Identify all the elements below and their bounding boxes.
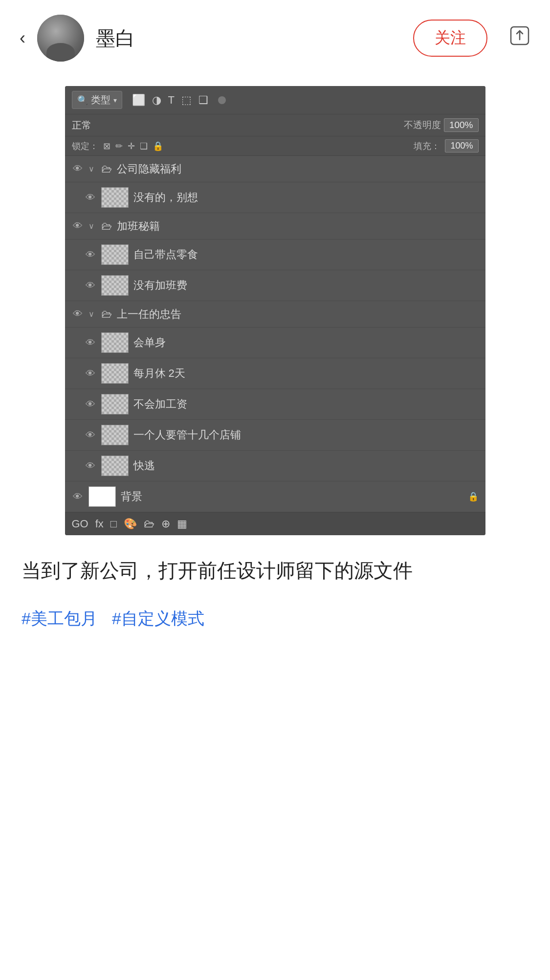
eye-icon: 👁 xyxy=(72,163,84,174)
ps-shape-icon: ⬚ xyxy=(181,94,192,107)
layer-name: 上一任的忠告 xyxy=(117,307,479,322)
layer-name: 自己带点零食 xyxy=(133,247,479,262)
eye-icon: 👁 xyxy=(85,337,96,348)
layer-thumbnail xyxy=(101,363,129,384)
back-button[interactable]: ‹ xyxy=(20,29,25,47)
ps-mode-text: 正常 xyxy=(72,119,404,132)
layer-row[interactable]: 👁 快逃 xyxy=(65,451,485,481)
folder-icon: 🗁 xyxy=(101,163,112,175)
layer-thumbnail xyxy=(101,244,129,265)
layer-name: 加班秘籍 xyxy=(117,219,479,234)
tag-1[interactable]: #美工包月 xyxy=(22,608,97,630)
ps-new-layer-icon: ⊕ xyxy=(161,518,170,530)
ps-toolbar-icons: ⬜ ◑ T ⬚ ❑ xyxy=(132,94,226,107)
ps-fill-value: 100% xyxy=(445,139,478,152)
layer-name: 会单身 xyxy=(133,335,479,350)
chevron-icon: ∨ xyxy=(88,221,96,231)
folder-icon: 🗁 xyxy=(101,220,112,233)
layer-row[interactable]: 👁 每月休 2天 xyxy=(65,358,485,389)
ps-fx-icon: fx xyxy=(95,518,104,530)
eye-icon: 👁 xyxy=(85,192,96,203)
share-button[interactable] xyxy=(509,25,530,51)
avatar[interactable] xyxy=(37,15,84,62)
ps-dot-icon xyxy=(218,96,226,104)
layer-thumbnail xyxy=(101,456,129,476)
lock-pixel-icon: ✏ xyxy=(115,141,123,152)
layer-name: 没有的，别想 xyxy=(133,190,479,205)
search-icon: 🔍 xyxy=(77,95,88,106)
eye-icon: 👁 xyxy=(85,368,96,379)
ps-image-icon: ⬜ xyxy=(132,94,145,107)
ps-copy-icon: ❑ xyxy=(198,94,208,107)
eye-icon: 👁 xyxy=(72,308,84,320)
ps-layers-list: 👁 ∨ 🗁 公司隐藏福利 👁 没有的，别想 👁 ∨ 🗁 加班秘籍 👁 xyxy=(65,156,485,512)
ps-mask-icon: □ xyxy=(110,518,117,530)
layer-thumbnail xyxy=(101,394,129,414)
ps-adjust-icon: ◑ xyxy=(152,94,161,107)
layer-name: 公司隐藏福利 xyxy=(117,162,479,176)
folder-icon: 🗁 xyxy=(101,308,112,321)
ps-bottom-bar: GO fx □ 🎨 🗁 ⊕ ▦ xyxy=(65,512,485,535)
post-image: 🔍 类型 ▾ ⬜ ◑ T ⬚ ❑ 正常 不透明度 100% 锁定： ⊠ xyxy=(65,86,485,535)
layer-thumbnail xyxy=(101,187,129,208)
ps-opacity-label: 不透明度 xyxy=(404,119,441,131)
eye-icon: 👁 xyxy=(85,249,96,261)
follow-button[interactable]: 关注 xyxy=(413,20,487,57)
ps-lock-label: 锁定： xyxy=(72,140,98,152)
layer-name: 每月休 2天 xyxy=(133,366,479,381)
ps-lock-row: 锁定： ⊠ ✏ ✛ ❑ 🔒 填充： 100% xyxy=(65,136,485,156)
ps-group-icon: 🗁 xyxy=(144,518,154,530)
ps-text-icon: T xyxy=(168,94,175,107)
ps-search-text: 类型 xyxy=(91,93,110,107)
eye-icon: 👁 xyxy=(85,280,96,291)
username-label: 墨白 xyxy=(96,25,401,52)
tag-2[interactable]: #自定义模式 xyxy=(112,608,204,630)
lock-all-icon: 🔒 xyxy=(153,141,163,152)
layer-thumbnail xyxy=(101,275,129,296)
post-content: 当到了新公司，打开前任设计师留下的源文件 xyxy=(0,535,550,598)
layer-row[interactable]: 👁 ∨ 🗁 加班秘籍 xyxy=(65,213,485,240)
lock-transparent-icon: ⊠ xyxy=(103,141,110,152)
ps-fill-label: 填充： xyxy=(414,140,440,152)
layer-row[interactable]: 👁 不会加工资 xyxy=(65,389,485,420)
layer-row[interactable]: 👁 背景 🔒 xyxy=(65,481,485,512)
post-text: 当到了新公司，打开前任设计师留下的源文件 xyxy=(22,555,528,586)
layer-name: 背景 xyxy=(121,489,463,504)
lock-artboard-icon: ❑ xyxy=(140,141,148,152)
ps-dropdown-arrow: ▾ xyxy=(113,96,117,104)
layer-name: 一个人要管十几个店铺 xyxy=(133,428,479,442)
post-tags: #美工包月 #自定义模式 xyxy=(0,598,550,650)
layer-row[interactable]: 👁 没有加班费 xyxy=(65,270,485,301)
eye-icon: 👁 xyxy=(72,491,84,502)
lock-icon: 🔒 xyxy=(468,491,479,502)
ps-lock-icons: ⊠ ✏ ✛ ❑ 🔒 xyxy=(103,141,163,152)
layer-name: 快逃 xyxy=(133,458,479,473)
eye-icon: 👁 xyxy=(85,460,96,472)
ps-toolbar: 🔍 类型 ▾ ⬜ ◑ T ⬚ ❑ xyxy=(65,86,485,114)
layer-thumbnail xyxy=(88,486,116,507)
chevron-icon: ∨ xyxy=(88,164,96,174)
eye-icon: 👁 xyxy=(85,430,96,441)
layer-thumbnail xyxy=(101,425,129,445)
layer-row[interactable]: 👁 自己带点零食 xyxy=(65,240,485,270)
layer-thumbnail xyxy=(101,332,129,353)
layer-name: 没有加班费 xyxy=(133,278,479,293)
layer-row[interactable]: 👁 会单身 xyxy=(65,327,485,358)
ps-adjustment-icon: 🎨 xyxy=(124,518,137,530)
eye-icon: 👁 xyxy=(72,220,84,232)
ps-opacity-value: 100% xyxy=(444,118,479,132)
layer-row[interactable]: 👁 ∨ 🗁 上一任的忠告 xyxy=(65,301,485,327)
layer-row[interactable]: 👁 ∨ 🗁 公司隐藏福利 xyxy=(65,156,485,182)
ps-mode-row: 正常 不透明度 100% xyxy=(65,114,485,136)
header: ‹ 墨白 关注 xyxy=(0,0,550,76)
layer-name: 不会加工资 xyxy=(133,397,479,412)
ps-delete-icon: ▦ xyxy=(177,518,187,530)
ps-search-box: 🔍 类型 ▾ xyxy=(72,91,122,109)
ps-go-icon: GO xyxy=(72,518,88,530)
layer-row[interactable]: 👁 没有的，别想 xyxy=(65,182,485,213)
layer-row[interactable]: 👁 一个人要管十几个店铺 xyxy=(65,420,485,451)
lock-position-icon: ✛ xyxy=(128,141,135,152)
eye-icon: 👁 xyxy=(85,399,96,410)
ps-panel: 🔍 类型 ▾ ⬜ ◑ T ⬚ ❑ 正常 不透明度 100% 锁定： ⊠ xyxy=(65,86,485,535)
chevron-icon: ∨ xyxy=(88,309,96,319)
